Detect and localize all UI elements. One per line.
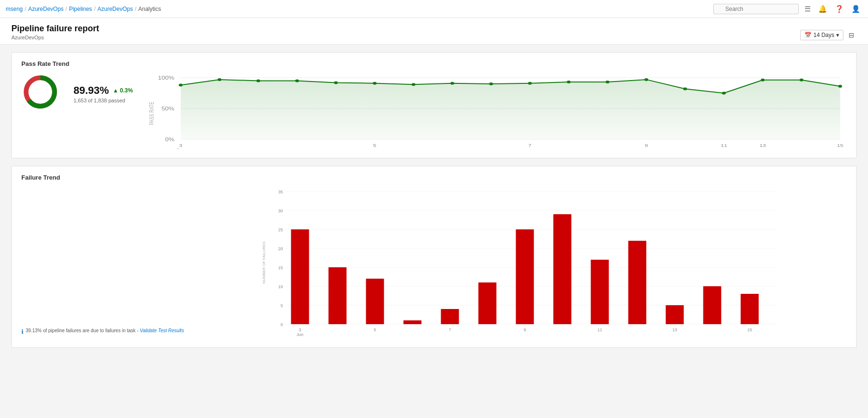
breadcrumb-analytics: Analytics xyxy=(139,6,161,12)
svg-text:7: 7 xyxy=(449,327,451,332)
pass-count: 1,653 of 1,838 passed xyxy=(74,98,133,103)
svg-point-20 xyxy=(606,81,609,83)
svg-text:100%: 100% xyxy=(158,75,175,81)
svg-text:9: 9 xyxy=(645,143,648,148)
page-subtitle: AzureDevOps xyxy=(11,35,99,40)
pass-rate-row: 89.93% ▲ 0.3% 1,653 of 1,838 passed xyxy=(21,73,133,115)
info-icon: ℹ xyxy=(21,328,24,335)
svg-marker-8 xyxy=(181,80,840,139)
svg-text:3: 3 xyxy=(299,327,301,332)
topbar-right: 🔍 ☰ 🔔 ❓ 👤 xyxy=(713,3,862,15)
pass-rate-chart-area: 100% 50% 0% xyxy=(142,73,847,150)
bar-6 xyxy=(516,229,534,324)
bar-4 xyxy=(441,309,459,324)
breadcrumb-pipelines[interactable]: Pipelines xyxy=(69,6,92,12)
svg-point-24 xyxy=(761,79,765,82)
pass-stats: 89.93% ▲ 0.3% 1,653 of 1,838 passed xyxy=(74,84,133,103)
failure-link[interactable]: Validate Test Results xyxy=(140,328,184,333)
header-controls: 📅 14 Days ▾ ⊟ xyxy=(800,30,857,40)
svg-point-11 xyxy=(257,80,260,82)
svg-point-15 xyxy=(412,83,416,86)
donut-chart xyxy=(21,73,59,111)
svg-point-17 xyxy=(489,82,493,85)
line-chart-svg: 100% 50% 0% xyxy=(142,73,847,149)
pass-rate-content: 89.93% ▲ 0.3% 1,653 of 1,838 passed 100% xyxy=(21,73,847,150)
svg-text:5: 5 xyxy=(280,303,283,308)
failure-chart-area: NUMBER OF FAILURES 35 30 25 20 15 10 xyxy=(194,187,847,340)
svg-text:13: 13 xyxy=(672,327,677,332)
breadcrumb-mseng[interactable]: mseng xyxy=(6,6,23,12)
calendar-icon: 📅 xyxy=(804,32,812,38)
pass-rate-left: 89.93% ▲ 0.3% 1,653 of 1,838 passed xyxy=(21,73,133,115)
svg-text:50%: 50% xyxy=(162,106,175,112)
page-title: Pipeline failure report xyxy=(11,24,99,34)
svg-point-13 xyxy=(334,81,338,84)
topbar: mseng / AzureDevOps / Pipelines / AzureD… xyxy=(0,0,868,18)
svg-text:5: 5 xyxy=(374,327,376,332)
svg-text:9: 9 xyxy=(524,327,526,332)
svg-point-18 xyxy=(528,82,532,85)
pass-rate-card: Pass Rate Trend xyxy=(11,52,857,158)
bar-2 xyxy=(366,279,384,324)
failure-trend-content: ℹ 39.13% of pipeline failures are due to… xyxy=(21,187,847,340)
page-header: Pipeline failure report AzureDevOps 📅 14… xyxy=(0,18,868,45)
main-content: Pass Rate Trend xyxy=(0,45,868,355)
list-icon[interactable]: ☰ xyxy=(803,3,813,15)
svg-text:Jun: Jun xyxy=(296,332,304,337)
donut-svg xyxy=(21,73,59,111)
svg-point-26 xyxy=(838,85,842,88)
svg-text:10: 10 xyxy=(278,284,283,289)
svg-text:11: 11 xyxy=(597,327,602,332)
help-icon[interactable]: ❓ xyxy=(833,3,846,15)
svg-text:15: 15 xyxy=(747,327,752,332)
svg-text:15: 15 xyxy=(278,265,283,270)
svg-point-14 xyxy=(373,82,377,85)
bar-8 xyxy=(591,260,609,324)
bar-11 xyxy=(703,286,721,324)
svg-text:15: 15 xyxy=(837,143,844,148)
breadcrumb-azuredevops1[interactable]: AzureDevOps xyxy=(28,6,64,12)
svg-point-9 xyxy=(179,84,183,87)
failure-trend-title: Failure Trend xyxy=(21,174,847,181)
search-input[interactable] xyxy=(713,4,799,14)
svg-text:11: 11 xyxy=(721,143,728,148)
svg-text:25: 25 xyxy=(278,227,283,232)
svg-point-23 xyxy=(722,92,726,95)
failure-left: ℹ 39.13% of pipeline failures are due to… xyxy=(21,187,184,340)
svg-point-16 xyxy=(451,82,454,85)
bar-3 xyxy=(403,320,421,324)
svg-point-19 xyxy=(567,81,571,83)
bar-1 xyxy=(328,267,346,324)
bar-chart-svg: NUMBER OF FAILURES 35 30 25 20 15 10 xyxy=(194,187,847,338)
filter-icon[interactable]: ⊟ xyxy=(846,30,857,40)
svg-point-22 xyxy=(683,87,687,90)
svg-text:7: 7 xyxy=(528,143,532,148)
bar-0 xyxy=(291,229,309,324)
page-title-section: Pipeline failure report AzureDevOps xyxy=(11,24,99,40)
svg-text:NUMBER OF FAILURES: NUMBER OF FAILURES xyxy=(261,242,266,284)
pass-percentage: 89.93% xyxy=(74,84,109,97)
user-icon[interactable]: 👤 xyxy=(850,3,862,15)
svg-text:0%: 0% xyxy=(165,137,175,143)
svg-text:30: 30 xyxy=(278,209,283,213)
bar-12 xyxy=(740,294,758,324)
svg-text:35: 35 xyxy=(278,190,283,194)
days-selector[interactable]: 📅 14 Days ▾ xyxy=(800,30,843,40)
notifications-icon[interactable]: 🔔 xyxy=(816,3,829,15)
svg-text:13: 13 xyxy=(759,143,766,148)
svg-text:20: 20 xyxy=(278,246,283,251)
breadcrumb-azuredevops2[interactable]: AzureDevOps xyxy=(97,6,133,12)
svg-text:PASS RATE: PASS RATE xyxy=(148,101,155,125)
breadcrumb: mseng / AzureDevOps / Pipelines / AzureD… xyxy=(6,6,161,12)
bar-9 xyxy=(628,241,646,324)
svg-point-12 xyxy=(295,80,299,82)
days-label: 14 Days xyxy=(813,32,834,38)
pass-rate-title: Pass Rate Trend xyxy=(21,60,847,67)
svg-point-10 xyxy=(218,78,222,81)
svg-text:Jun: Jun xyxy=(176,147,185,149)
svg-text:5: 5 xyxy=(373,143,377,148)
failure-trend-card: Failure Trend ℹ 39.13% of pipeline failu… xyxy=(11,166,857,348)
search-wrapper: 🔍 xyxy=(713,4,799,14)
svg-point-21 xyxy=(645,78,648,81)
svg-point-25 xyxy=(800,79,803,82)
